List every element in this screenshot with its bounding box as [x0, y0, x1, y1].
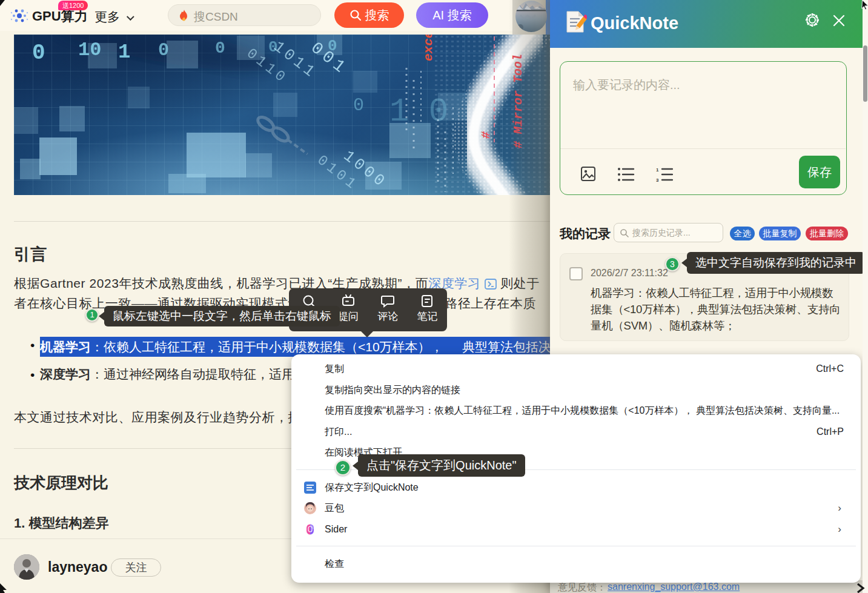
svg-text:excep: excep — [422, 35, 436, 61]
svg-text:0: 0 — [158, 40, 169, 61]
svg-text:0: 0 — [353, 95, 364, 116]
svg-text:0: 0 — [32, 41, 45, 65]
svg-text:1: 1 — [118, 41, 130, 64]
svg-text:3: 3 — [656, 177, 659, 182]
svg-text:10: 10 — [78, 39, 101, 61]
svg-text:#: # — [479, 131, 493, 139]
svg-text:0: 0 — [215, 39, 225, 58]
svg-text:1: 1 — [656, 167, 659, 173]
